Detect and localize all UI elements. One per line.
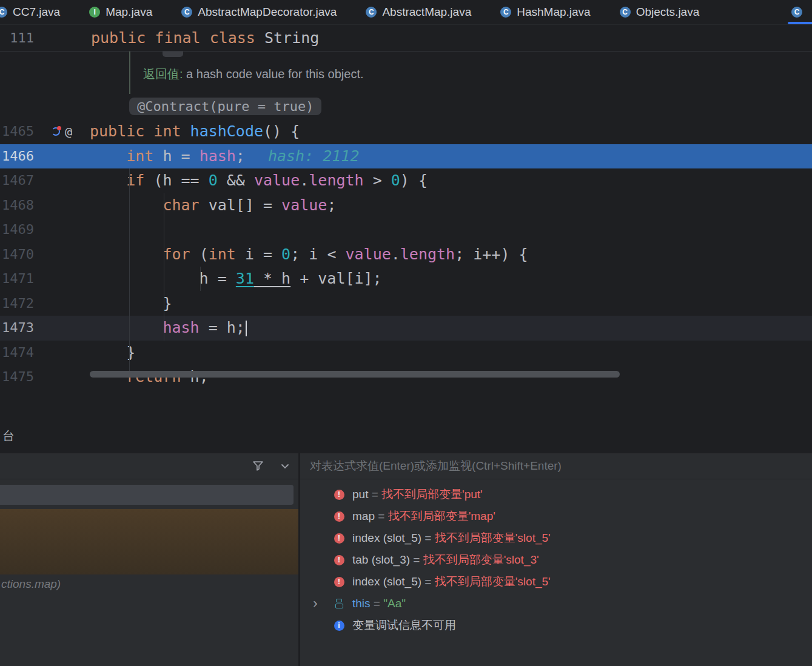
- debug-panel: ctions.map) 对表达式求值(Enter)或添加监视(Ctrl+Shif…: [0, 453, 812, 666]
- doc-return-description: a hash code value for this object.: [183, 67, 364, 81]
- code-token: public int: [90, 122, 190, 140]
- equals-sign: =: [368, 488, 381, 501]
- code-token: int: [126, 147, 153, 165]
- tab-objects-java[interactable]: CObjects.java: [610, 0, 719, 24]
- code-text[interactable]: h = 31 * h + val[i];: [90, 267, 382, 291]
- equals-sign: =: [421, 531, 435, 545]
- line-number[interactable]: 1471: [0, 267, 34, 291]
- code-token: (h ==: [144, 171, 208, 189]
- code-token: [90, 147, 126, 165]
- line-number[interactable]: 1474: [0, 341, 34, 365]
- tab-label: AbstractMapDecorator.java: [198, 5, 337, 19]
- frames-panel: ctions.map): [0, 453, 300, 666]
- code-token: .: [300, 171, 309, 189]
- code-token: i =: [236, 245, 281, 263]
- error-badge: !: [334, 533, 344, 544]
- code-token: ; i++) {: [455, 245, 528, 263]
- equals-sign: =: [371, 597, 384, 610]
- tab-map-java[interactable]: IMap.java: [79, 0, 172, 24]
- code-line-1468[interactable]: 1468 char val[] = value;: [0, 193, 812, 218]
- line-number[interactable]: 1466: [0, 144, 34, 169]
- code-line-1474[interactable]: 1474 }: [0, 341, 812, 365]
- tab-partial[interactable]: C: [784, 0, 812, 24]
- error-icon: !: [331, 490, 347, 500]
- code-text[interactable]: public int hashCode() {: [90, 119, 300, 144]
- code-token: for: [163, 245, 190, 263]
- code-token: value: [254, 171, 300, 189]
- editor-tab-bar: CCC7.javaIMap.javaCAbstractMapDecorator.…: [0, 0, 812, 25]
- code-token: ;: [236, 147, 245, 165]
- code-token: int: [209, 245, 236, 263]
- line-number[interactable]: 1470: [0, 242, 34, 267]
- annotation-gutter-icon[interactable]: @: [65, 124, 72, 139]
- code-text[interactable]: }: [90, 341, 135, 365]
- tab-abstractmapdecorator-java[interactable]: CAbstractMapDecorator.java: [172, 0, 356, 24]
- watch-value: 找不到局部变量'slot_3': [423, 552, 539, 568]
- info-badge: i: [334, 621, 344, 631]
- annotation-row: @Contract(pure = true): [129, 98, 321, 119]
- chevron-down-icon[interactable]: [280, 461, 290, 473]
- watch-name: map: [352, 510, 375, 523]
- code-token: 0: [281, 245, 290, 263]
- class-icon: C: [366, 7, 377, 18]
- evaluate-expression-input[interactable]: 对表达式求值(Enter)或添加监视(Ctrl+Shift+Enter): [300, 453, 812, 479]
- code-line-1467[interactable]: 1467 if (h == 0 && value.length > 0) {: [0, 168, 812, 193]
- line-number[interactable]: 1469: [0, 218, 34, 242]
- code-line-1465[interactable]: 1465@public int hashCode() {: [0, 119, 812, 144]
- code-line-1470[interactable]: 1470 for (int i = 0; i < value.length; i…: [0, 242, 812, 267]
- debug-info-row[interactable]: i变量调试信息不可用: [300, 614, 812, 636]
- console-tab-fragment[interactable]: 台: [2, 428, 15, 444]
- line-number[interactable]: 1468: [0, 193, 34, 218]
- error-icon: !: [331, 533, 347, 544]
- watch-row[interactable]: !tab (slot_3) = 找不到局部变量'slot_3': [300, 549, 812, 571]
- line-number[interactable]: 1473: [0, 316, 34, 341]
- line-number[interactable]: 1465: [0, 119, 34, 144]
- code-token: hash: [200, 147, 236, 165]
- code-token: [90, 171, 126, 189]
- code-line-1473[interactable]: 1473 hash = h;: [0, 316, 812, 341]
- equals-sign: =: [375, 510, 388, 523]
- tab-cc7-java[interactable]: CCC7.java: [0, 0, 79, 24]
- watch-value: 找不到局部变量'put': [381, 487, 483, 502]
- code-token: * h: [254, 270, 290, 287]
- frames-search-field[interactable]: [0, 485, 294, 505]
- recursive-call-icon[interactable]: [52, 127, 60, 136]
- doc-comment-border: [129, 52, 130, 94]
- code-text[interactable]: for (int i = 0; i < value.length; i++) {: [90, 242, 528, 267]
- tab-abstractmap-java[interactable]: CAbstractMap.java: [356, 0, 491, 24]
- code-token: [90, 319, 163, 336]
- horizontal-scrollbar[interactable]: [90, 371, 620, 378]
- watch-row[interactable]: !index (slot_5) = 找不到局部变量'slot_5': [300, 571, 812, 593]
- tab-hashmap-java[interactable]: CHashMap.java: [491, 0, 609, 24]
- code-line-1466[interactable]: 1466 int h = hash;hash: 2112: [0, 144, 812, 169]
- code-line-1471[interactable]: 1471 h = 31 * h + val[i];: [0, 267, 812, 291]
- code-text[interactable]: if (h == 0 && value.length > 0) {: [90, 168, 428, 193]
- watch-name: this: [352, 597, 371, 610]
- variable-row-this[interactable]: ›this = "Aa": [300, 593, 812, 614]
- code-editor[interactable]: 返回值: a hash code value for this object. …: [0, 52, 812, 418]
- expand-chevron-icon[interactable]: ›: [300, 597, 331, 610]
- code-text[interactable]: char val[] = value;: [90, 193, 336, 218]
- filter-icon[interactable]: [252, 459, 264, 475]
- line-number[interactable]: 1472: [0, 291, 34, 316]
- gutter: @: [34, 124, 90, 139]
- watch-value: 找不到局部变量'slot_5': [435, 530, 551, 546]
- line-number[interactable]: 1467: [0, 168, 34, 193]
- indent-guide: [129, 168, 130, 371]
- sticky-header[interactable]: 111 public final class String: [0, 25, 812, 52]
- code-token: &&: [218, 171, 254, 189]
- line-number[interactable]: 1475: [0, 365, 34, 390]
- code-text[interactable]: int h = hash;hash: 2112: [90, 144, 359, 169]
- variable-icon: [331, 599, 347, 608]
- watch-row[interactable]: !map = 找不到局部变量'map': [300, 505, 812, 527]
- code-token: h =: [153, 147, 199, 165]
- code-line-1469[interactable]: 1469: [0, 218, 812, 242]
- library-frames-block[interactable]: [0, 509, 298, 574]
- class-icon: C: [791, 7, 802, 18]
- code-text[interactable]: }: [90, 291, 172, 316]
- code-line-1472[interactable]: 1472 }: [0, 291, 812, 316]
- code-text[interactable]: hash = h;: [90, 316, 247, 341]
- tab-label: HashMap.java: [517, 5, 590, 19]
- watch-row[interactable]: !put = 找不到局部变量'put': [300, 484, 812, 505]
- watch-row[interactable]: !index (slot_5) = 找不到局部变量'slot_5': [300, 527, 812, 549]
